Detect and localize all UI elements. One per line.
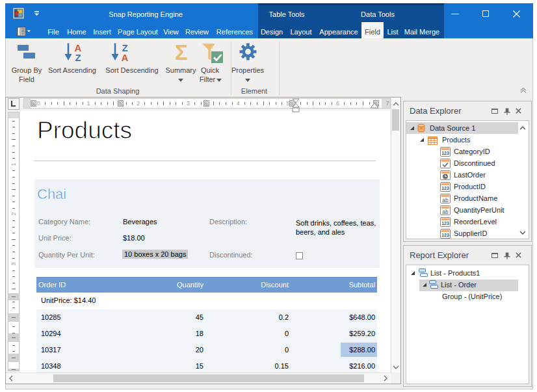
svg-text:123: 123 — [441, 233, 449, 237]
svg-text:123: 123 — [441, 186, 449, 190]
svg-text:A: A — [122, 52, 129, 62]
svg-text:Z: Z — [75, 52, 81, 62]
svg-text:ab: ab — [442, 197, 449, 203]
svg-text:Σ: Σ — [175, 42, 188, 62]
svg-text:ab: ab — [442, 209, 449, 215]
svg-text:123: 123 — [441, 151, 449, 155]
svg-text:123: 123 — [441, 221, 449, 226]
